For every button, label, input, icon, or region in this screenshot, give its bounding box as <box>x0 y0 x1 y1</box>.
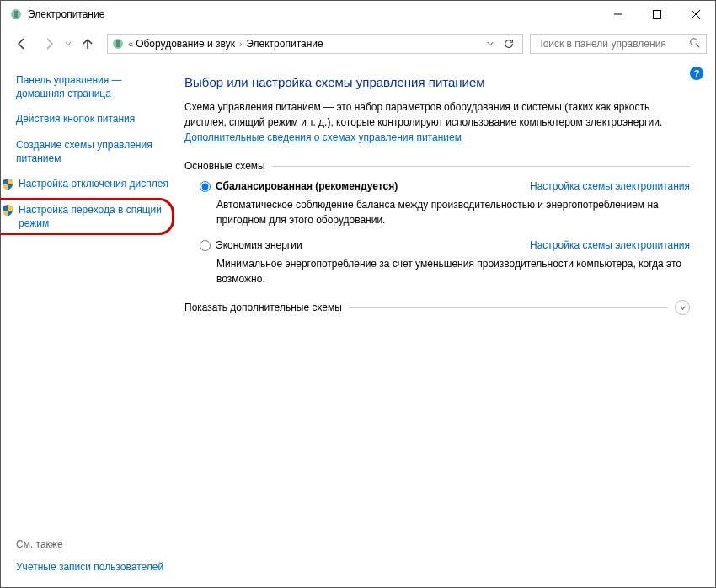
page-description: Схема управления питанием — это набор па… <box>184 99 690 145</box>
page-title: Выбор или настройка схемы управления пит… <box>184 75 690 89</box>
app-icon <box>9 8 23 21</box>
help-icon[interactable]: ? <box>690 67 703 80</box>
search-input[interactable] <box>536 38 689 50</box>
refresh-button[interactable] <box>499 35 519 53</box>
address-dropdown[interactable] <box>483 35 498 53</box>
shield-icon <box>1 178 14 191</box>
shield-icon <box>1 204 14 217</box>
chevron-down-icon <box>675 300 690 315</box>
sidebar-create-plan[interactable]: Создание схемы управления питанием <box>16 138 169 165</box>
sidebar-home[interactable]: Панель управления — домашняя страница <box>16 73 169 100</box>
location-icon <box>111 37 125 51</box>
plan-saver-settings-link[interactable]: Настройка схемы электропитания <box>530 239 690 251</box>
sidebar-power-buttons[interactable]: Действия кнопок питания <box>16 112 169 126</box>
back-button[interactable] <box>9 31 35 56</box>
svg-point-8 <box>691 38 697 45</box>
svg-line-9 <box>697 44 700 47</box>
radio-input[interactable] <box>200 181 211 192</box>
radio-input[interactable] <box>200 240 211 251</box>
address-bar[interactable]: « Оборудование и звук › Электропитание <box>107 34 523 54</box>
section-heading: Основные схемы <box>184 160 265 172</box>
maximize-button[interactable] <box>638 1 676 28</box>
sidebar-display-off[interactable]: Настройка отключения дисплея <box>1 177 169 191</box>
chevron-right-icon: › <box>239 40 242 49</box>
svg-rect-1 <box>14 11 18 18</box>
breadcrumb-hardware[interactable]: Оборудование и звук <box>136 38 235 50</box>
close-button[interactable] <box>676 1 715 28</box>
up-button[interactable] <box>75 31 100 56</box>
sidebar-sleep-label: Настройка перехода в спящий режим <box>19 203 169 230</box>
breadcrumb-power[interactable]: Электропитание <box>246 38 323 50</box>
svg-rect-7 <box>116 40 120 47</box>
see-also-heading: См. также <box>16 538 169 550</box>
show-more-plans[interactable]: Показать дополнительные схемы <box>184 300 690 315</box>
plan-saver-name: Экономия энергии <box>216 239 302 251</box>
search-icon[interactable] <box>689 37 701 51</box>
svg-rect-3 <box>654 11 661 19</box>
sidebar-display-off-label: Настройка отключения дисплея <box>19 177 168 190</box>
plan-balanced-radio[interactable]: Сбалансированная (рекомендуется) <box>200 180 398 192</box>
plan-balanced-desc: Автоматическое соблюдение баланса между … <box>216 197 681 227</box>
recent-dropdown[interactable] <box>63 40 73 47</box>
plan-saver-radio[interactable]: Экономия энергии <box>200 239 302 251</box>
minimize-button[interactable] <box>599 1 638 28</box>
sidebar-sleep-settings[interactable]: Настройка перехода в спящий режим <box>1 203 169 230</box>
show-more-label: Показать дополнительные схемы <box>184 302 342 313</box>
divider <box>272 166 690 167</box>
learn-more-link[interactable]: Дополнительные сведения о схемах управле… <box>184 131 462 143</box>
search-box[interactable] <box>530 34 707 54</box>
plan-balanced-settings-link[interactable]: Настройка схемы электропитания <box>530 180 690 192</box>
sidebar-user-accounts[interactable]: Учетные записи пользователей <box>16 560 169 574</box>
divider <box>349 307 668 308</box>
forward-button[interactable] <box>36 31 61 56</box>
plan-saver-desc: Минимальное энергопотребление за счет ум… <box>216 256 681 286</box>
plan-balanced-name: Сбалансированная (рекомендуется) <box>216 180 398 192</box>
window-title: Электропитание <box>28 8 599 20</box>
crumb-prefix[interactable]: « <box>128 39 133 49</box>
